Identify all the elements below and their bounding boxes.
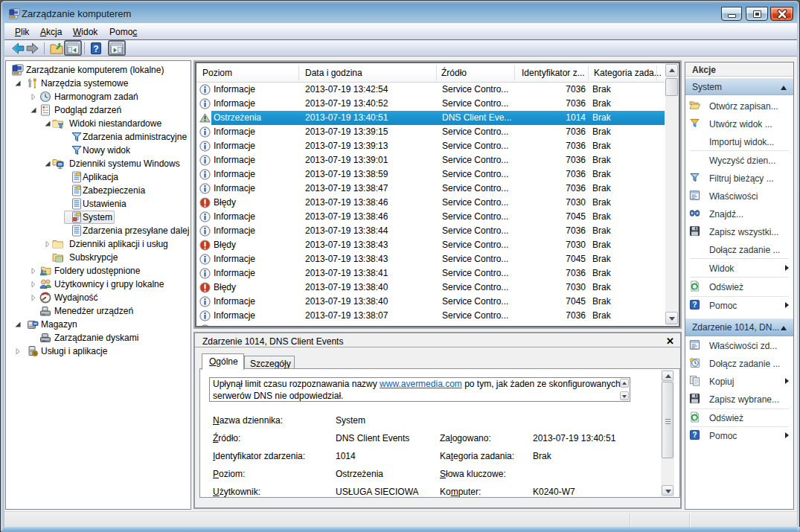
- svg-text:?: ?: [93, 44, 98, 54]
